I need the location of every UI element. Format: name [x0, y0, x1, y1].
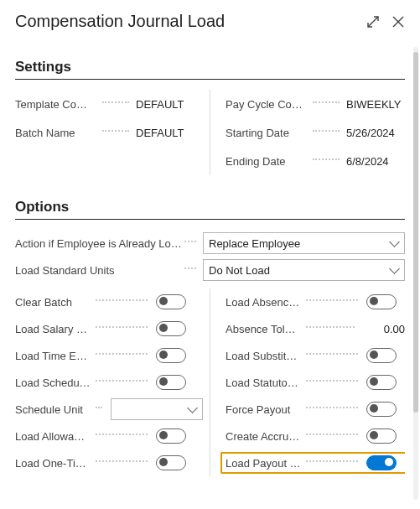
field-label: Load Allowa… [15, 430, 92, 443]
action-if-loaded-select[interactable]: Replace Employee [203, 232, 405, 254]
options-left-col: Clear BatchLoad Salary L…Load Time E…Loa… [15, 288, 210, 476]
option-row: Load One-Ti… [15, 449, 194, 476]
field-value: BIWEEKLY [346, 98, 405, 111]
field-label: Load Substit… [226, 350, 303, 362]
field-label: Pay Cycle Co… [226, 98, 308, 111]
field-label: Batch Name [15, 127, 97, 139]
titlebar: Compensation Journal Load [15, 12, 405, 31]
field-label: Load Absenc… [226, 296, 303, 309]
dotted-leader [306, 299, 358, 301]
option-row: Schedule Unit [15, 396, 194, 423]
scrollbar-thumb[interactable] [413, 52, 418, 413]
dotted-leader [306, 353, 358, 355]
field-label: Load Standard Units [15, 264, 183, 277]
load-time-toggle[interactable] [156, 348, 186, 363]
option-row: Load Substit… [226, 342, 405, 369]
field-label: Ending Date [226, 155, 308, 168]
dotted-leader [102, 130, 129, 132]
dotted-leader [306, 326, 355, 328]
field-label: Load One-Ti… [15, 457, 92, 470]
close-icon[interactable] [391, 15, 405, 29]
field-label: Load Salary L… [15, 323, 92, 335]
dotted-leader [102, 101, 129, 103]
dotted-leader [96, 434, 148, 435]
absence-tolerance-value: 0.00 [363, 323, 405, 335]
dotted-leader [184, 267, 196, 269]
content-scroll-area[interactable]: Settings Template Co… DEFAULT Batch Name… [15, 42, 405, 509]
dotted-leader [184, 241, 196, 242]
dialog-title: Compensation Journal Load [15, 12, 225, 31]
option-row: Load Statuto… [226, 369, 405, 396]
titlebar-actions [366, 15, 405, 29]
schedule-unit-combo[interactable] [111, 398, 203, 420]
expand-icon[interactable] [366, 15, 380, 29]
batch-name-field[interactable]: Batch Name DEFAULT [15, 118, 194, 147]
dotted-leader [96, 407, 102, 408]
scrollbar[interactable] [413, 47, 418, 500]
field-label: Load Time E… [15, 350, 92, 362]
load-onetime-toggle[interactable] [156, 455, 186, 470]
field-label: Load Payout … [226, 457, 303, 470]
dotted-leader [306, 460, 358, 462]
load-schedule-toggle[interactable] [156, 375, 186, 390]
load-salary-toggle[interactable] [156, 321, 186, 336]
settings-heading: Settings [15, 59, 405, 75]
field-label: Load Statuto… [226, 377, 303, 389]
option-row: Load Allowa… [15, 423, 194, 449]
clear-batch-toggle[interactable] [156, 294, 186, 309]
dotted-leader [313, 101, 340, 103]
load-statutory-toggle[interactable] [366, 375, 397, 390]
field-label: Create Accru… [226, 430, 303, 443]
force-payout-toggle[interactable] [366, 402, 397, 417]
field-value: DEFAULT [136, 127, 194, 139]
template-code-field[interactable]: Template Co… DEFAULT [15, 90, 194, 118]
dotted-leader [96, 380, 148, 382]
settings-grid: Template Co… DEFAULT Batch Name DEFAULT … [15, 90, 405, 175]
load-allowance-toggle[interactable] [156, 428, 186, 444]
field-label: Starting Date [226, 127, 308, 139]
dotted-leader [96, 326, 148, 328]
field-value: 5/26/2024 [346, 127, 405, 139]
load-absence-toggle[interactable] [366, 294, 397, 309]
dotted-leader [306, 407, 358, 408]
dotted-leader [306, 380, 358, 382]
divider [15, 219, 405, 220]
option-row: Load Time E… [15, 342, 194, 369]
load-payout-toggle[interactable] [366, 455, 397, 470]
option-row: Load Payout … [226, 449, 405, 476]
divider [15, 79, 405, 80]
field-label: Force Payout [226, 403, 303, 416]
dialog-window: Compensation Journal Load Settings Temp [0, 0, 420, 509]
option-row: Clear Batch [15, 288, 194, 315]
action-if-loaded-row: Action if Employee is Already Lo… Replac… [15, 230, 405, 257]
create-accrual-toggle[interactable] [366, 428, 397, 444]
options-toggle-grid: Clear BatchLoad Salary L…Load Time E…Loa… [15, 288, 405, 476]
load-std-units-row: Load Standard Units Do Not Load [15, 257, 405, 283]
dotted-leader [313, 158, 340, 160]
field-value: 6/8/2024 [346, 155, 405, 168]
dotted-leader [96, 353, 148, 355]
field-label: Absence Tol… [226, 323, 303, 335]
field-label: Clear Batch [15, 296, 92, 309]
settings-right-col: Pay Cycle Co… BIWEEKLY Starting Date 5/2… [210, 90, 405, 175]
field-label: Action if Employee is Already Lo… [15, 237, 183, 250]
option-row: Load Schedu… [15, 369, 194, 396]
field-label: Schedule Unit [15, 403, 92, 416]
option-row: Load Absenc… [226, 288, 405, 315]
option-row: Load Salary L… [15, 315, 194, 342]
option-row: Force Payout [226, 396, 405, 423]
ending-date-field[interactable]: Ending Date 6/8/2024 [226, 147, 405, 175]
dotted-leader [313, 130, 340, 132]
dotted-leader [96, 460, 148, 462]
load-substitute-toggle[interactable] [366, 348, 397, 363]
starting-date-field[interactable]: Starting Date 5/26/2024 [226, 118, 405, 147]
options-right-col: Load Absenc…Absence Tol…0.00Load Substit… [210, 288, 405, 476]
pay-cycle-field[interactable]: Pay Cycle Co… BIWEEKLY [226, 90, 405, 118]
field-value: DEFAULT [136, 98, 194, 111]
dotted-leader [96, 299, 148, 301]
field-label: Load Schedu… [15, 377, 92, 389]
options-heading: Options [15, 199, 405, 216]
option-row: Absence Tol…0.00 [226, 315, 405, 342]
field-label: Template Co… [15, 98, 97, 111]
load-std-units-select[interactable]: Do Not Load [203, 259, 405, 281]
